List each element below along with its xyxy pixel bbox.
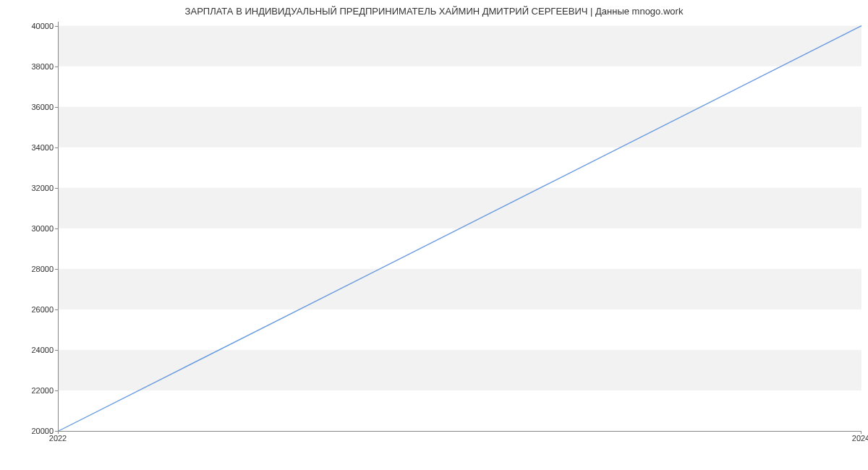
y-tick-label: 32000 xyxy=(17,184,54,192)
y-tick-label: 30000 xyxy=(17,224,54,233)
y-tick-mark xyxy=(55,350,58,351)
x-tick-mark xyxy=(861,431,861,434)
x-tick-label: 2024 xyxy=(852,434,868,443)
chart-title: ЗАРПЛАТА В ИНДИВИДУАЛЬНЫЙ ПРЕДПРИНИМАТЕЛ… xyxy=(0,6,868,17)
plot-area xyxy=(58,22,861,432)
y-tick-mark xyxy=(55,26,58,27)
y-tick-mark xyxy=(55,107,58,108)
y-tick-mark xyxy=(55,228,58,229)
grid-band xyxy=(59,269,861,309)
y-tick-label: 22000 xyxy=(17,386,54,395)
y-tick-mark xyxy=(55,67,58,67)
y-tick-mark xyxy=(55,269,58,270)
y-tick-label: 20000 xyxy=(17,427,54,435)
x-tick-mark xyxy=(58,431,59,434)
chart-svg xyxy=(59,22,861,431)
y-tick-mark xyxy=(55,390,58,391)
y-tick-label: 38000 xyxy=(17,62,54,71)
y-tick-label: 24000 xyxy=(17,346,54,354)
grid-band xyxy=(59,26,861,67)
grid-band xyxy=(59,188,861,228)
grid-band xyxy=(59,107,861,148)
y-tick-label: 26000 xyxy=(17,305,54,314)
y-tick-mark xyxy=(55,188,58,189)
y-tick-label: 36000 xyxy=(17,103,54,111)
y-tick-label: 40000 xyxy=(17,22,54,30)
x-tick-label: 2022 xyxy=(49,434,67,443)
y-tick-label: 34000 xyxy=(17,143,54,152)
y-tick-mark xyxy=(55,148,58,148)
y-tick-mark xyxy=(55,309,58,310)
y-tick-label: 28000 xyxy=(17,265,54,273)
